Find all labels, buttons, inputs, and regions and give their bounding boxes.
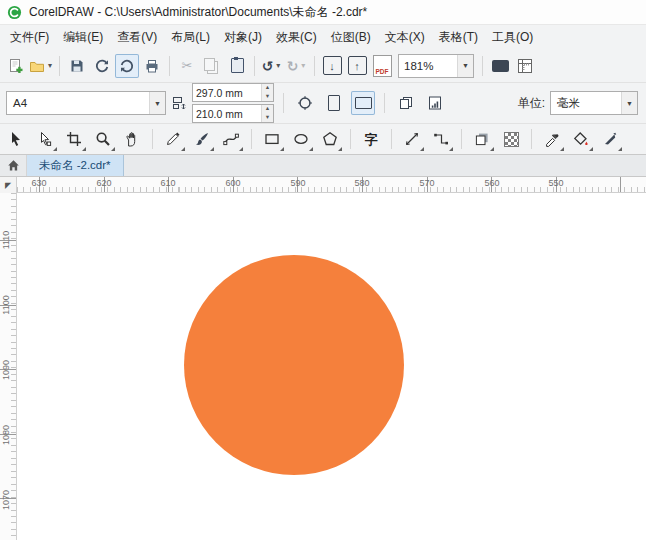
- artistic-media-tool[interactable]: [189, 127, 215, 152]
- ruler-label: 630: [31, 178, 46, 188]
- open-document-button[interactable]: ▾: [29, 54, 54, 78]
- horizontal-ruler[interactable]: 630 620 610 600 590 580 570 560 550: [17, 177, 646, 193]
- ruler-label: 1100: [1, 285, 11, 325]
- menu-view[interactable]: 查看(V): [110, 25, 164, 50]
- document-tab[interactable]: 未命名 -2.cdr*: [27, 155, 124, 176]
- flyout-indicator: [53, 147, 57, 151]
- menu-edit[interactable]: 编辑(E): [56, 25, 110, 50]
- portrait-button[interactable]: [322, 91, 346, 115]
- horizontal-ruler-row: ◤ 630 620 610 600 590 580 570 560 550: [0, 177, 646, 193]
- chevron-down-icon[interactable]: ▼: [457, 55, 473, 77]
- ruler-label: 1110: [1, 220, 11, 260]
- page-height-spinner[interactable]: ▲▼: [261, 105, 273, 122]
- ruler-label: 1080: [1, 415, 11, 455]
- flyout-indicator: [618, 147, 622, 151]
- divider: [531, 129, 532, 149]
- text-tool[interactable]: 字: [358, 127, 384, 152]
- crop-tool[interactable]: [61, 127, 87, 152]
- chevron-down-icon[interactable]: ▼: [621, 92, 637, 114]
- menu-object[interactable]: 对象(J): [217, 25, 269, 50]
- fullscreen-preview-button[interactable]: [488, 54, 512, 78]
- page-size-select[interactable]: A4 ▼: [6, 91, 166, 115]
- publish-pdf-button[interactable]: PDF: [370, 54, 394, 78]
- page-height-input[interactable]: 210.0 mm ▲▼: [192, 104, 274, 123]
- page-width-input[interactable]: 297.0 mm ▲▼: [192, 83, 274, 102]
- paste-button[interactable]: [225, 54, 249, 78]
- all-pages-button[interactable]: [394, 91, 418, 115]
- ruler-label: 590: [290, 178, 305, 188]
- rectangle-tool[interactable]: [259, 127, 285, 152]
- landscape-button[interactable]: [351, 91, 375, 115]
- pan-tool[interactable]: [119, 127, 145, 152]
- sync-download-button[interactable]: [115, 54, 139, 78]
- export-button[interactable]: ↑: [345, 54, 369, 78]
- menu-tools[interactable]: 工具(O): [485, 25, 540, 50]
- coreldraw-window: CorelDRAW - C:\Users\Administrator\Docum…: [0, 0, 646, 540]
- flyout-indicator: [589, 147, 593, 151]
- menu-bitmaps[interactable]: 位图(B): [324, 25, 378, 50]
- new-document-button[interactable]: [4, 54, 28, 78]
- units-select[interactable]: 毫米 ▼: [550, 91, 638, 115]
- cut-icon: ✂: [182, 59, 193, 72]
- cut-button[interactable]: ✂: [175, 54, 199, 78]
- menu-layout[interactable]: 布局(L): [164, 25, 217, 50]
- transparency-tool[interactable]: [498, 127, 524, 152]
- undo-dropdown-caret[interactable]: ▾: [274, 61, 282, 70]
- units-value: 毫米: [551, 96, 621, 111]
- save-button[interactable]: [65, 54, 89, 78]
- undo-button[interactable]: ↺ ▾: [260, 54, 284, 78]
- flyout-indicator: [82, 147, 86, 151]
- transparency-icon: [504, 132, 519, 147]
- print-button[interactable]: [140, 54, 164, 78]
- flyout-indicator: [420, 147, 424, 151]
- open-dropdown-caret[interactable]: ▾: [46, 61, 54, 70]
- sync-upload-button[interactable]: [90, 54, 114, 78]
- redo-button[interactable]: ↻ ▾: [285, 54, 309, 78]
- import-button[interactable]: ↓: [320, 54, 344, 78]
- copy-button[interactable]: [200, 54, 224, 78]
- ruler-origin-button[interactable]: ◤: [0, 177, 17, 194]
- outline-pen-tool[interactable]: [597, 127, 623, 152]
- paste-icon: [231, 58, 244, 73]
- menu-table[interactable]: 表格(T): [432, 25, 485, 50]
- ellipse-tool[interactable]: [288, 127, 314, 152]
- nudge-settings-button[interactable]: [293, 91, 317, 115]
- connector-tool[interactable]: [428, 127, 454, 152]
- pick-tool[interactable]: [3, 127, 29, 152]
- pdf-icon: PDF: [373, 55, 392, 77]
- title-bar: CorelDRAW - C:\Users\Administrator\Docum…: [0, 0, 646, 25]
- ellipse-shape[interactable]: [184, 255, 404, 475]
- menu-file[interactable]: 文件(F): [3, 25, 56, 50]
- current-page-button[interactable]: [423, 91, 447, 115]
- chevron-down-icon[interactable]: ▼: [149, 92, 165, 114]
- dimension-tool[interactable]: [399, 127, 425, 152]
- flyout-indicator: [181, 147, 185, 151]
- ruler-label: 550: [548, 178, 563, 188]
- page-height-value: 210.0 mm: [193, 108, 261, 120]
- home-tab-button[interactable]: [0, 155, 27, 176]
- shape-tool[interactable]: [32, 127, 58, 152]
- menu-text[interactable]: 文本(X): [378, 25, 432, 50]
- divider: [152, 129, 153, 149]
- window-title: CorelDRAW - C:\Users\Administrator\Docum…: [29, 4, 367, 21]
- import-icon: ↓: [323, 56, 342, 75]
- portrait-icon: [328, 95, 340, 111]
- flyout-indicator: [210, 147, 214, 151]
- eyedropper-tool[interactable]: [539, 127, 565, 152]
- workspace: 1110 1100 1090 1080 1070: [0, 193, 646, 540]
- menu-effects[interactable]: 效果(C): [269, 25, 324, 50]
- page-width-spinner[interactable]: ▲▼: [261, 84, 273, 101]
- redo-dropdown-caret[interactable]: ▾: [299, 61, 307, 70]
- zoom-tool[interactable]: [90, 127, 116, 152]
- interactive-fill-tool[interactable]: [568, 127, 594, 152]
- ruler-label: 570: [419, 178, 434, 188]
- polygon-tool[interactable]: [317, 127, 343, 152]
- drop-shadow-tool[interactable]: [469, 127, 495, 152]
- drawing-canvas[interactable]: [17, 193, 646, 540]
- vertical-ruler[interactable]: 1110 1100 1090 1080 1070: [0, 193, 17, 540]
- freehand-tool[interactable]: [160, 127, 186, 152]
- show-rulers-button[interactable]: [513, 54, 537, 78]
- bezier-tool[interactable]: [218, 127, 244, 152]
- flyout-indicator: [490, 147, 494, 151]
- zoom-level-select[interactable]: 181% ▼: [398, 54, 474, 78]
